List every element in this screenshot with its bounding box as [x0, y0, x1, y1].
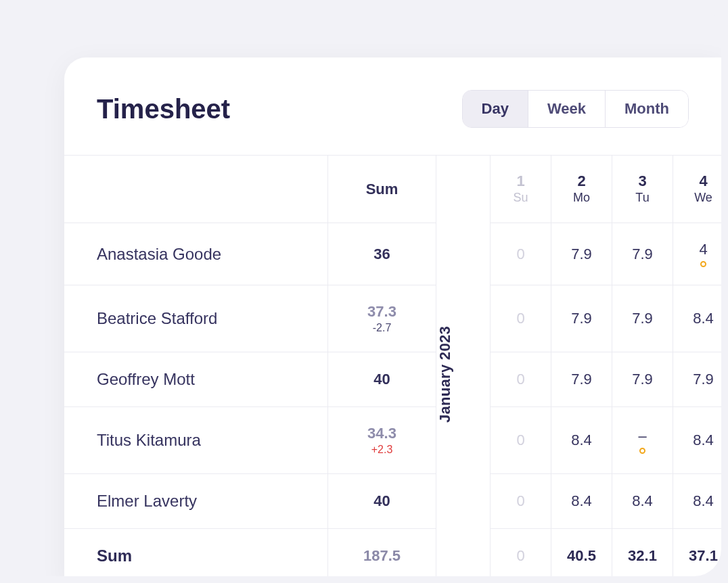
time-value: – — [638, 427, 646, 445]
sum-value: 34.3 — [367, 425, 396, 442]
time-value: 0 — [516, 310, 524, 327]
time-cell[interactable]: 0 — [491, 352, 551, 407]
time-value: 7.9 — [693, 371, 714, 388]
time-cell[interactable]: 0 — [491, 474, 551, 529]
time-cell[interactable]: 4 — [673, 223, 721, 285]
month-label: January 2023 — [436, 326, 454, 423]
day-number: 3 — [638, 173, 646, 189]
day-header-3[interactable]: 3 Tu — [612, 156, 673, 223]
time-cell[interactable]: 7.9 — [551, 285, 612, 352]
segment-day[interactable]: Day — [463, 91, 528, 127]
employee-name[interactable]: Titus Kitamura — [64, 407, 328, 474]
page-background: Timesheet Day Week Month Sum January 202… — [7, 7, 721, 576]
time-value: 7.9 — [571, 371, 592, 388]
day-number: 2 — [577, 173, 585, 189]
sum-value: 40 — [373, 371, 390, 388]
time-value: 8.4 — [571, 492, 592, 510]
employee-name[interactable]: Elmer Laverty — [64, 474, 328, 529]
footer-sum: 187.5 — [328, 529, 436, 576]
time-cell[interactable]: 7.9 — [551, 352, 612, 407]
header-empty — [64, 156, 328, 223]
time-cell[interactable]: 8.4 — [551, 474, 612, 529]
row-sum[interactable]: 40 — [328, 352, 436, 407]
time-value: 7.9 — [632, 310, 653, 327]
time-value: 8.4 — [693, 432, 714, 449]
time-cell[interactable]: 7.9 — [612, 285, 673, 352]
footer-sum-value: 187.5 — [363, 547, 401, 565]
sum-value: 37.3 — [367, 303, 396, 321]
footer-value: 32.1 — [628, 547, 657, 565]
day-abbr: Su — [513, 191, 528, 205]
time-value: 7.9 — [632, 246, 653, 263]
time-cell[interactable]: 7.9 — [612, 352, 673, 407]
status-dot-icon — [639, 448, 645, 454]
time-value: 8.4 — [693, 492, 714, 510]
time-cell[interactable]: 8.4 — [673, 474, 721, 529]
time-cell[interactable]: 8.4 — [612, 474, 673, 529]
time-cell[interactable]: 0 — [491, 407, 551, 474]
employee-name[interactable]: Anastasia Goode — [64, 223, 328, 285]
time-cell[interactable]: 8.4 — [673, 407, 721, 474]
sum-value: 36 — [373, 246, 390, 263]
timesheet-grid: Sum January 2023 1 Su 2 Mo 3 Tu 4 We — [64, 155, 721, 576]
status-dot-icon — [700, 261, 706, 267]
time-cell[interactable]: 0 — [491, 285, 551, 352]
footer-day-total: 40.5 — [551, 529, 612, 576]
header-sum: Sum — [328, 156, 436, 223]
day-header-4[interactable]: 4 We — [673, 156, 721, 223]
time-value: 8.4 — [632, 492, 653, 510]
day-number: 1 — [516, 173, 524, 189]
time-value: 7.9 — [571, 246, 592, 263]
time-cell[interactable]: 7.9 — [673, 352, 721, 407]
employee-name[interactable]: Beatrice Stafford — [64, 285, 328, 352]
time-cell[interactable]: 7.9 — [551, 223, 612, 285]
footer-value: 40.5 — [567, 547, 596, 565]
sum-delta: -2.7 — [373, 322, 392, 334]
day-abbr: Mo — [573, 191, 590, 205]
footer-label: Sum — [64, 529, 328, 576]
time-value: 8.4 — [571, 432, 592, 449]
page-title: Timesheet — [97, 94, 230, 124]
time-value: 7.9 — [632, 371, 653, 388]
footer-day-total: 37.1 — [673, 529, 721, 576]
time-cell[interactable]: 8.4 — [673, 285, 721, 352]
row-sum[interactable]: 40 — [328, 474, 436, 529]
footer-day-total: 32.1 — [612, 529, 673, 576]
sum-value: 40 — [373, 492, 390, 510]
time-cell[interactable]: 0 — [491, 223, 551, 285]
day-abbr: Tu — [635, 191, 649, 205]
employee-name[interactable]: Geoffrey Mott — [64, 352, 328, 407]
time-cell[interactable]: – — [612, 407, 673, 474]
sum-header-label: Sum — [366, 181, 399, 198]
time-value: 4 — [699, 241, 707, 258]
day-header-2[interactable]: 2 Mo — [551, 156, 612, 223]
footer-day-total: 0 — [491, 529, 551, 576]
time-cell[interactable]: 8.4 — [551, 407, 612, 474]
time-value: 0 — [516, 371, 524, 388]
month-column: January 2023 — [436, 156, 491, 576]
top-bar: Timesheet Day Week Month — [64, 57, 721, 155]
time-value: 0 — [516, 246, 524, 263]
time-value: 0 — [516, 492, 524, 510]
row-sum[interactable]: 34.3 +2.3 — [328, 407, 436, 474]
time-value: 7.9 — [571, 310, 592, 327]
day-abbr: We — [694, 191, 712, 205]
segment-week[interactable]: Week — [528, 91, 606, 127]
day-number: 4 — [699, 173, 707, 189]
row-sum[interactable]: 36 — [328, 223, 436, 285]
footer-value: 0 — [516, 547, 524, 565]
day-header-1[interactable]: 1 Su — [491, 156, 551, 223]
view-segmented-control: Day Week Month — [462, 90, 689, 128]
time-value: 0 — [516, 432, 524, 449]
sum-delta: +2.3 — [371, 444, 393, 456]
timesheet-card: Timesheet Day Week Month Sum January 202… — [64, 57, 721, 576]
row-sum[interactable]: 37.3 -2.7 — [328, 285, 436, 352]
time-value: 8.4 — [693, 310, 714, 327]
time-cell[interactable]: 7.9 — [612, 223, 673, 285]
footer-value: 37.1 — [689, 547, 718, 565]
segment-month[interactable]: Month — [606, 91, 688, 127]
